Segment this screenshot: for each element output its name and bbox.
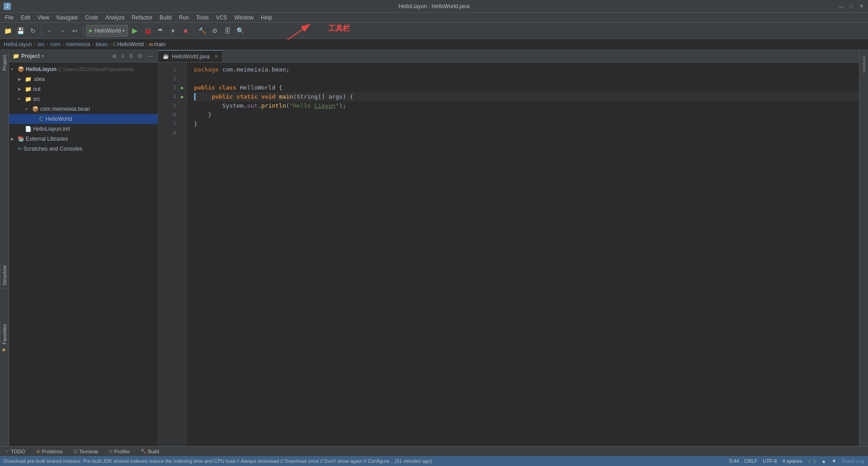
terminal-tab[interactable]: ⊡ Terminal	[72, 448, 100, 455]
database-toolbar-button[interactable]: 🗄	[222, 25, 233, 37]
code-line-7: }	[194, 119, 859, 128]
profiler-tab[interactable]: ⊙ Profiler	[107, 448, 132, 455]
structure-panel-label[interactable]: Structure	[0, 262, 9, 289]
problems-tab[interactable]: ⚠ Problems	[34, 448, 65, 455]
project-tree: ▾ 📦 HelloLiayun C:\Users\32120\IdeaProje…	[9, 62, 158, 446]
event-log[interactable]: Event Log	[842, 458, 864, 464]
menu-build[interactable]: Build	[156, 14, 175, 22]
menu-tools[interactable]: Tools	[193, 14, 212, 22]
menu-run[interactable]: Run	[176, 14, 192, 22]
build-button[interactable]: 🔨	[196, 25, 208, 37]
forward-button[interactable]: →	[57, 25, 68, 37]
menu-bar: File Edit View Navigate Code Analyze Ref…	[0, 13, 868, 23]
out-label: out	[33, 86, 41, 92]
project-root-name: HelloLiayun C:\Users\32120\IdeaProjects\…	[26, 66, 134, 72]
build-label: Build	[148, 449, 159, 454]
tree-item-external-libs[interactable]: ▶ 📚 External Libraries	[9, 134, 158, 144]
run-gutter-icon[interactable]: ▶	[181, 86, 184, 90]
tree-item-package[interactable]: ▾ 📦 com.meimeixia.bean	[9, 104, 158, 114]
main-layout: Project 📁 Project ▾ ⊕ ≡ ⇅ ⚙ — ▾ 📦	[0, 50, 868, 446]
breadcrumb-item-src[interactable]: src	[38, 41, 45, 48]
collapse-all-button[interactable]: ≡	[120, 52, 126, 60]
sync-button[interactable]: ↻	[27, 25, 39, 37]
breadcrumb-item-helloworld[interactable]: CHelloWorld	[113, 41, 144, 48]
tree-item-helloworld[interactable]: C HelloWorld	[9, 114, 158, 124]
todo-tab[interactable]: ✓ TODO	[4, 448, 27, 455]
database-label[interactable]: Database	[861, 52, 867, 76]
tree-item-iml[interactable]: 📄 HelloLiayun.iml	[9, 124, 158, 134]
expand-arrow-idea: ▶	[18, 77, 24, 81]
menu-window[interactable]: Window	[231, 14, 257, 22]
iml-file-icon: 📄	[25, 126, 32, 132]
expand-arrow: ▾	[11, 67, 16, 71]
sdk-button[interactable]: ⚙	[209, 25, 221, 37]
chevron-down-icon-status[interactable]: ▼	[832, 458, 837, 464]
locate-in-tree-button[interactable]: ⊕	[111, 52, 118, 60]
package-icon: 📦	[32, 106, 39, 112]
breadcrumb-item-com[interactable]: com	[50, 41, 61, 48]
run-config-dropdown[interactable]: ▶ HelloWorld ▾	[86, 25, 128, 37]
back-button[interactable]: ←	[44, 25, 56, 37]
editor-area: ☕ HelloWorld.java ✕ 1 2 3 4 5 6 7 8	[158, 50, 859, 446]
project-root-icon: 📦	[18, 66, 24, 72]
tree-item-out[interactable]: ▶ 📁 out	[9, 84, 158, 94]
close-panel-button[interactable]: —	[146, 52, 154, 60]
debug-button[interactable]: 🐞	[142, 25, 153, 37]
line-separator[interactable]: CRLF	[745, 458, 758, 464]
bottom-toolbar: ✓ TODO ⚠ Problems ⊡ Terminal ⊙ Profiler …	[0, 446, 868, 456]
code-content[interactable]: package com.meimeixia.bean; public class…	[187, 62, 859, 446]
project-label[interactable]: Project	[0, 53, 9, 72]
tab-name: HelloWorld.java	[172, 53, 210, 60]
tree-item-src[interactable]: ▾ 📁 src	[9, 94, 158, 104]
menu-edit[interactable]: Edit	[18, 14, 33, 22]
tree-item-scratches[interactable]: ✏ Scratches and Consoles	[9, 144, 158, 154]
tab-close-button[interactable]: ✕	[214, 54, 218, 59]
run-button[interactable]: ▶	[129, 25, 141, 37]
run-gutter-icon-2[interactable]: ▶	[181, 95, 184, 99]
idea-folder-icon: 📁	[25, 76, 32, 82]
breadcrumb-item-main[interactable]: mmain	[149, 41, 165, 48]
breadcrumb-item-bean[interactable]: bean	[95, 41, 108, 48]
stop-button[interactable]: ■	[179, 25, 191, 37]
breadcrumb-item-meimeixia[interactable]: meimeixia	[66, 41, 90, 48]
search-everywhere-button[interactable]: 🔍	[234, 25, 246, 37]
project-panel-label[interactable]: Project	[0, 50, 9, 446]
external-libs-label: External Libraries	[26, 136, 68, 142]
open-file-button[interactable]: 📁	[2, 25, 14, 37]
sort-button[interactable]: ⇅	[127, 52, 135, 60]
indent[interactable]: 4 spaces	[782, 458, 802, 464]
window-title: HelloLiayun - HelloWorld.java	[398, 3, 469, 10]
maximize-button[interactable]: □	[848, 3, 854, 10]
encoding[interactable]: UTF-8	[763, 458, 777, 464]
run-coverage-button[interactable]: ☂	[154, 25, 166, 37]
status-message[interactable]: Download pre-built shared indexes: Pre-b…	[4, 458, 432, 464]
settings-button[interactable]: ⚙	[137, 52, 144, 60]
toolbar-separator-3	[193, 26, 194, 35]
menu-help[interactable]: Help	[258, 14, 275, 22]
toolbar: 📁 💾 ↻ ← → ↩ ▶ HelloWorld ▾ ▶ 🐞 ☂ ▾ ■ 🔨 ⚙…	[0, 23, 868, 39]
tab-helloworld[interactable]: ☕ HelloWorld.java ✕	[158, 50, 223, 62]
close-button[interactable]: ✕	[858, 3, 864, 10]
menu-analyze[interactable]: Analyze	[102, 14, 128, 22]
code-editor[interactable]: 1 2 3 4 5 6 7 8 ▶ ▶	[158, 62, 859, 446]
build-tab[interactable]: 🔨 Build	[139, 448, 160, 455]
save-button[interactable]: 💾	[14, 25, 26, 37]
menu-file[interactable]: File	[2, 14, 17, 22]
favorites-panel-label[interactable]: Favorites	[0, 321, 9, 347]
tree-item-root[interactable]: ▾ 📦 HelloLiayun C:\Users\32120\IdeaProje…	[9, 64, 158, 74]
menu-vcs[interactable]: VCS	[213, 14, 231, 22]
menu-refactor[interactable]: Refactor	[129, 14, 156, 22]
tree-item-idea[interactable]: ▶ 📁 .idea	[9, 74, 158, 84]
menu-navigate[interactable]: Navigate	[53, 14, 81, 22]
chevron-up-icon[interactable]: ▲	[821, 458, 826, 464]
menu-code[interactable]: Code	[82, 14, 101, 22]
menu-view[interactable]: View	[34, 14, 52, 22]
code-line-5: System.out.println("Hello Liayun");	[194, 101, 859, 110]
breadcrumb-item-project[interactable]: HelloLiayun	[4, 41, 32, 48]
status-bar-right: 5:44 CRLF UTF-8 4 spaces ✓ 1 ▲ ▼ Event L…	[729, 458, 864, 464]
inspection-status[interactable]: ✓ 1	[807, 458, 816, 464]
dropdown-arrow[interactable]: ▾	[167, 25, 179, 37]
favorites-star-icon[interactable]: ★	[0, 345, 8, 355]
minimize-button[interactable]: —	[838, 3, 844, 10]
undo-button[interactable]: ↩	[69, 25, 81, 37]
